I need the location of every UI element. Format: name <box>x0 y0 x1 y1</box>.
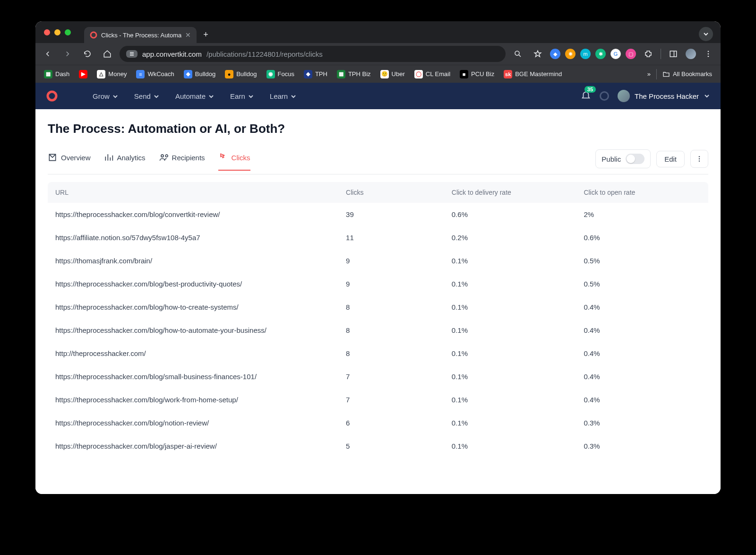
bookmark-item[interactable]: ◆Bulldog <box>180 68 219 80</box>
edit-button[interactable]: Edit <box>656 151 685 167</box>
column-clicks[interactable]: Clicks <box>338 182 444 203</box>
nav-earn[interactable]: Earn <box>230 92 254 100</box>
column-url[interactable]: URL <box>48 182 338 203</box>
browser-tab[interactable]: Clicks - The Process: Automa ✕ <box>84 27 197 43</box>
url-path: /publications/11224801/reports/clicks <box>206 50 323 58</box>
cell-delivery: 0.6% <box>444 203 576 226</box>
account-menu[interactable]: The Process Hacker <box>618 90 710 102</box>
table-row[interactable]: https://theprocesshacker.com/blog/jasper… <box>48 434 708 458</box>
address-bar[interactable]: app.convertkit.com/publications/11224801… <box>120 46 506 62</box>
profile-avatar[interactable] <box>686 49 696 59</box>
cell-url: https://thomasjfrank.com/brain/ <box>48 249 338 272</box>
extension-icon[interactable]: G <box>610 49 621 59</box>
extension-icon[interactable]: ▢ <box>626 49 636 59</box>
bookmark-item[interactable]: ■PCU Biz <box>456 68 498 80</box>
maximize-window-button[interactable] <box>65 29 71 35</box>
new-tab-button[interactable]: + <box>200 30 211 40</box>
bookmark-item[interactable]: 🙂Uber <box>377 68 409 80</box>
cell-open: 0.3% <box>576 411 708 434</box>
tab-search-button[interactable] <box>699 27 713 41</box>
zoom-button[interactable] <box>510 46 525 61</box>
nav-send[interactable]: Send <box>134 92 159 100</box>
switch-off[interactable] <box>626 154 644 164</box>
panel-icon <box>669 50 678 58</box>
cell-delivery: 0.2% <box>444 226 576 249</box>
minimize-window-button[interactable] <box>54 29 60 35</box>
side-panel-button[interactable] <box>666 46 681 61</box>
table-header-row: URL Clicks Click to delivery rate Click … <box>48 182 708 203</box>
extensions-button[interactable] <box>641 46 656 61</box>
cell-delivery: 0.1% <box>444 319 576 342</box>
bookmark-item[interactable]: ◆TPH <box>300 68 331 80</box>
status-indicator[interactable] <box>600 91 609 101</box>
tab-overview[interactable]: Overview <box>48 153 91 171</box>
bookmark-item[interactable]: ▶ <box>75 68 91 80</box>
nav-grow[interactable]: Grow <box>93 92 118 100</box>
column-open[interactable]: Click to open rate <box>576 182 708 203</box>
chrome-menu-button[interactable] <box>701 46 716 61</box>
cell-delivery: 0.1% <box>444 272 576 295</box>
bookmark-item[interactable]: ≡WkCoach <box>132 68 178 80</box>
tab-recipients[interactable]: Recipients <box>159 153 205 171</box>
tab-clicks[interactable]: Clicks <box>218 153 250 171</box>
table-row[interactable]: https://theprocesshacker.com/blog/notion… <box>48 411 708 434</box>
kebab-icon <box>696 155 703 163</box>
table-row[interactable]: https://theprocesshacker.com/blog/how-to… <box>48 319 708 342</box>
bookmark-favicon: ■ <box>460 70 468 78</box>
bookmark-item[interactable]: skBGE Mastermind <box>500 68 566 80</box>
close-tab-icon[interactable]: ✕ <box>185 31 191 39</box>
back-button[interactable] <box>40 46 55 61</box>
more-actions-button[interactable] <box>690 150 708 168</box>
table-row[interactable]: https://theprocesshacker.com/blog/how-to… <box>48 295 708 319</box>
bookmark-favicon: 🙂 <box>380 70 389 78</box>
nav-learn[interactable]: Learn <box>270 92 296 100</box>
reload-icon <box>83 50 92 58</box>
svg-point-0 <box>91 32 96 38</box>
table-row[interactable]: https://theprocesshacker.com/blog/best-p… <box>48 272 708 295</box>
notifications-button[interactable]: 35 <box>581 90 591 102</box>
chevron-down-icon <box>208 94 214 99</box>
svg-point-4 <box>708 53 709 55</box>
table-row[interactable]: https://theprocesshacker.com/blog/small-… <box>48 365 708 388</box>
table-row[interactable]: https://theprocesshacker.com/blog/work-f… <box>48 388 708 411</box>
public-toggle[interactable]: Public <box>595 149 651 168</box>
cell-open: 0.4% <box>576 295 708 319</box>
extension-icon[interactable]: ✺ <box>565 49 576 59</box>
bookmark-favicon: ▦ <box>44 70 52 78</box>
table-row[interactable]: https://affiliate.notion.so/57dwy5fsw108… <box>48 226 708 249</box>
bookmark-item[interactable]: ◉Focus <box>263 68 298 80</box>
extension-icon[interactable]: ◆ <box>550 49 560 59</box>
separator <box>661 49 661 59</box>
extension-icon[interactable]: m <box>580 49 591 59</box>
column-delivery[interactable]: Click to delivery rate <box>444 182 576 203</box>
cell-delivery: 0.1% <box>444 388 576 411</box>
close-window-button[interactable] <box>44 29 50 35</box>
nav-label: Automate <box>175 92 206 100</box>
notification-count: 35 <box>584 86 596 93</box>
forward-button[interactable] <box>60 46 75 61</box>
site-info-chip[interactable] <box>126 50 137 58</box>
nav-automate[interactable]: Automate <box>175 92 214 100</box>
bookmark-item[interactable]: ◯CL Email <box>411 68 454 80</box>
chevron-down-icon <box>154 94 159 99</box>
table-row[interactable]: https://thomasjfrank.com/brain/90.1%0.5% <box>48 249 708 272</box>
reload-button[interactable] <box>80 46 95 61</box>
cell-clicks: 9 <box>338 272 444 295</box>
home-button[interactable] <box>100 46 115 61</box>
cell-url: https://theprocesshacker.com/blog/notion… <box>48 411 338 434</box>
bookmark-item[interactable]: ●Bulldog <box>221 68 260 80</box>
bookmark-label: Bulldog <box>236 70 257 78</box>
table-row[interactable]: https://theprocesshacker.com/blog/conver… <box>48 203 708 226</box>
tab-analytics[interactable]: Analytics <box>104 153 146 171</box>
bookmark-item[interactable]: △Money <box>93 68 130 80</box>
bookmarks-overflow[interactable]: » <box>647 70 651 78</box>
bookmark-item[interactable]: ▦TPH Biz <box>333 68 375 80</box>
bookmark-item[interactable]: ▦Dash <box>40 68 73 80</box>
convertkit-logo[interactable] <box>46 90 58 102</box>
all-bookmarks-button[interactable]: All Bookmarks <box>662 70 712 78</box>
chevron-down-icon <box>248 94 254 99</box>
extension-icon[interactable]: ✱ <box>595 49 606 59</box>
bookmark-star-button[interactable] <box>530 46 545 61</box>
table-row[interactable]: http://theprocesshacker.com/80.1%0.4% <box>48 342 708 365</box>
cell-url: https://theprocesshacker.com/blog/jasper… <box>48 434 338 458</box>
